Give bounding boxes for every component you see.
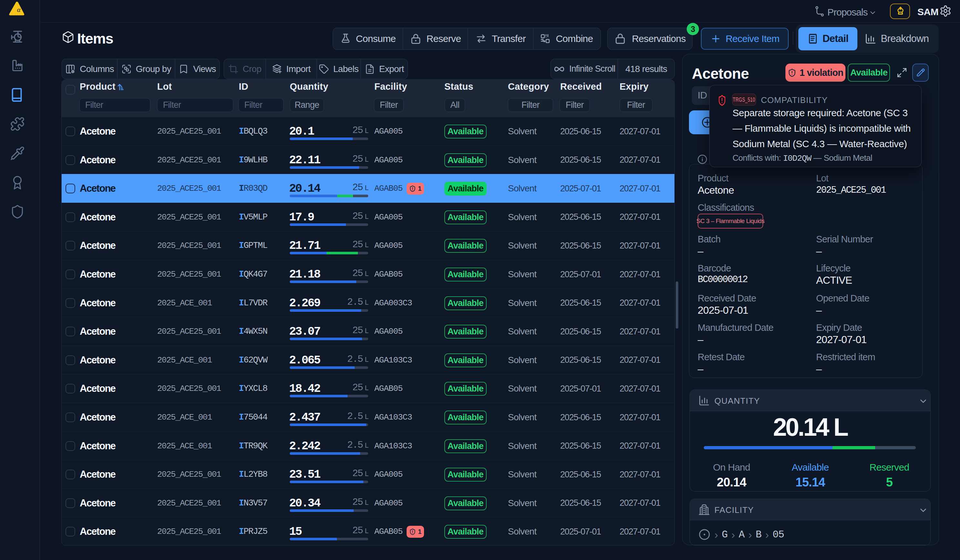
svg-text:α: α (17, 6, 21, 14)
